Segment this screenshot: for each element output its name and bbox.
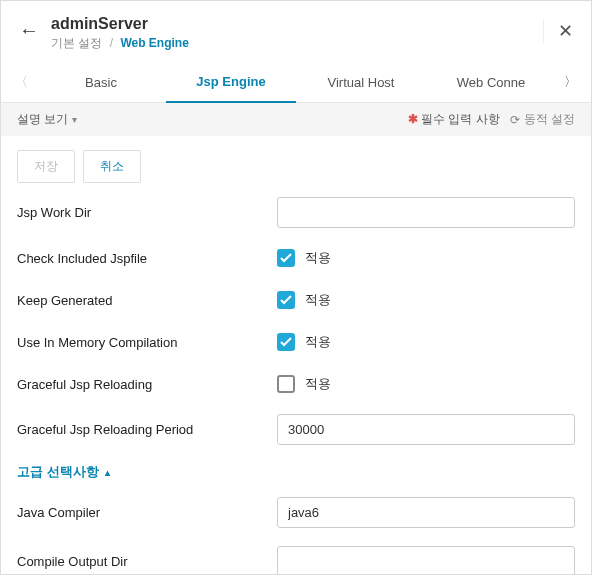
page-title: adminServer xyxy=(51,15,189,33)
label-compile-output-dir: Compile Output Dir xyxy=(17,554,277,569)
label-java-compiler: Java Compiler xyxy=(17,505,277,520)
label-keep-generated: Keep Generated xyxy=(17,293,277,308)
input-graceful-jsp-reloading-period[interactable] xyxy=(277,414,575,445)
content: 저장 취소 Jsp Work Dir Check Included Jspfil… xyxy=(1,136,591,575)
label-jsp-work-dir: Jsp Work Dir xyxy=(17,205,277,220)
view-description-toggle[interactable]: 설명 보기 ▾ xyxy=(17,111,77,128)
tab-web-conne[interactable]: Web Conne xyxy=(426,63,556,102)
checkbox-label: 적용 xyxy=(305,249,331,267)
close-icon[interactable]: ✕ xyxy=(543,19,573,43)
header: ← adminServer 기본 설정 / Web Engine ✕ xyxy=(1,1,591,62)
required-indicator: ✱ 필수 입력 사항 xyxy=(408,111,500,128)
tab-basic[interactable]: Basic xyxy=(36,63,166,102)
advanced-options-toggle[interactable]: 고급 선택사항 ▴ xyxy=(17,463,575,481)
view-description-label: 설명 보기 xyxy=(17,111,68,128)
button-row: 저장 취소 xyxy=(17,150,575,183)
caret-down-icon: ▾ xyxy=(72,114,77,125)
label-graceful-jsp-reloading-period: Graceful Jsp Reloading Period xyxy=(17,422,277,437)
caret-up-icon: ▴ xyxy=(105,467,110,478)
tab-jsp-engine[interactable]: Jsp Engine xyxy=(166,62,296,103)
checkbox-keep-generated[interactable] xyxy=(277,291,295,309)
checkbox-label: 적용 xyxy=(305,333,331,351)
advanced-options-label: 고급 선택사항 xyxy=(17,463,99,481)
tab-virtual-host[interactable]: Virtual Host xyxy=(296,63,426,102)
breadcrumb-sep: / xyxy=(110,36,113,50)
title-block: adminServer 기본 설정 / Web Engine xyxy=(51,15,189,52)
dynamic-config[interactable]: ⟳ 동적 설정 xyxy=(510,111,575,128)
label-use-in-memory-compilation: Use In Memory Compilation xyxy=(17,335,277,350)
tabs: 〈 Basic Jsp Engine Virtual Host Web Conn… xyxy=(1,62,591,103)
checkbox-label: 적용 xyxy=(305,291,331,309)
breadcrumb: 기본 설정 / Web Engine xyxy=(51,35,189,52)
label-graceful-jsp-reloading: Graceful Jsp Reloading xyxy=(17,377,277,392)
checkbox-label: 적용 xyxy=(305,375,331,393)
label-check-included-jspfile: Check Included Jspfile xyxy=(17,251,277,266)
input-jsp-work-dir[interactable] xyxy=(277,197,575,228)
tab-scroll-right-icon[interactable]: 〉 xyxy=(556,73,585,91)
input-java-compiler[interactable] xyxy=(277,497,575,528)
refresh-icon: ⟳ xyxy=(510,113,520,127)
breadcrumb-root[interactable]: 기본 설정 xyxy=(51,36,102,50)
checkbox-graceful-jsp-reloading[interactable] xyxy=(277,375,295,393)
dynamic-config-label: 동적 설정 xyxy=(524,111,575,128)
checkbox-use-in-memory-compilation[interactable] xyxy=(277,333,295,351)
save-button[interactable]: 저장 xyxy=(17,150,75,183)
subbar: 설명 보기 ▾ ✱ 필수 입력 사항 ⟳ 동적 설정 xyxy=(1,103,591,136)
required-text: 필수 입력 사항 xyxy=(421,112,500,126)
tab-scroll-left-icon[interactable]: 〈 xyxy=(7,73,36,91)
cancel-button[interactable]: 취소 xyxy=(83,150,141,183)
checkbox-check-included-jspfile[interactable] xyxy=(277,249,295,267)
back-icon[interactable]: ← xyxy=(19,19,39,42)
asterisk-icon: ✱ xyxy=(408,112,418,126)
breadcrumb-current: Web Engine xyxy=(120,36,188,50)
input-compile-output-dir[interactable] xyxy=(277,546,575,575)
